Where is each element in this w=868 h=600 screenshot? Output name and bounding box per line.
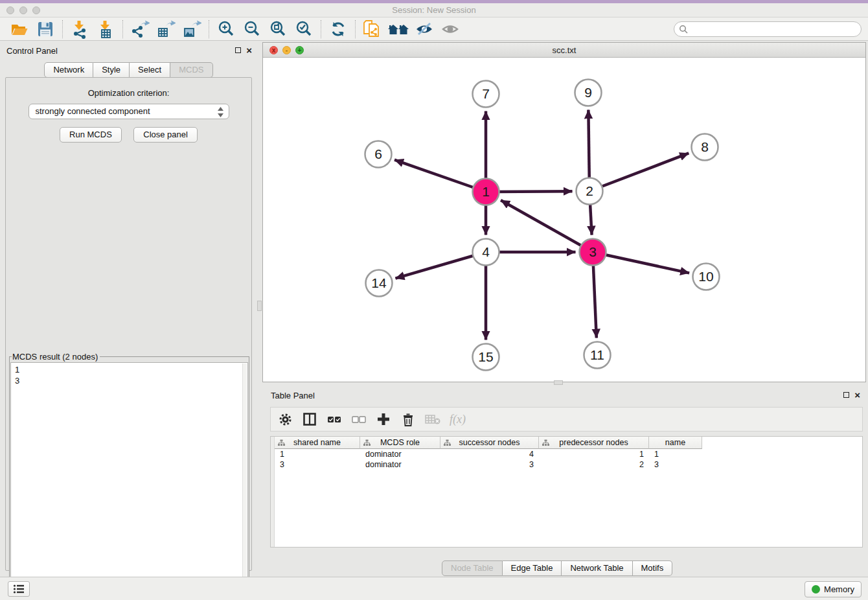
optimization-criterion-label: Optimization criterion: bbox=[6, 88, 251, 98]
control-panel-close-icon[interactable]: × bbox=[246, 47, 252, 54]
network-window-title: scc.txt bbox=[263, 45, 865, 55]
delete-column-trash-icon[interactable] bbox=[400, 411, 416, 427]
column-header-label: successor nodes bbox=[459, 438, 520, 447]
table-cell[interactable]: 3 bbox=[275, 459, 360, 470]
table-settings-gear-icon[interactable] bbox=[277, 411, 293, 427]
node-label-4: 4 bbox=[482, 244, 490, 259]
graph-node-2[interactable]: 2 bbox=[577, 178, 603, 205]
column-header-predecessor-nodes[interactable]: predecessor nodes bbox=[539, 437, 649, 449]
memory-label: Memory bbox=[824, 584, 854, 594]
import-network-icon[interactable] bbox=[67, 19, 93, 40]
tab-select[interactable]: Select bbox=[130, 62, 170, 78]
run-mcds-button[interactable]: Run MCDS bbox=[60, 127, 122, 143]
show-eye-icon[interactable] bbox=[437, 19, 463, 40]
table-panel-close-icon[interactable]: × bbox=[854, 391, 860, 398]
table-cell[interactable]: 4 bbox=[440, 449, 539, 459]
zoom-in-icon[interactable] bbox=[213, 19, 239, 40]
show-columns-icon[interactable] bbox=[302, 411, 317, 427]
graph-node-8[interactable]: 8 bbox=[692, 134, 718, 161]
column-header-name[interactable]: name bbox=[649, 437, 702, 449]
table-header-row: shared nameMCDS rolesuccessor nodesprede… bbox=[275, 437, 702, 449]
graph-node-6[interactable]: 6 bbox=[365, 141, 392, 168]
edge-1-to-6[interactable] bbox=[394, 160, 486, 192]
export-table-icon[interactable] bbox=[153, 19, 179, 40]
memory-button[interactable]: Memory bbox=[805, 581, 862, 597]
export-network-icon[interactable] bbox=[127, 19, 153, 40]
graph-node-3[interactable]: 3 bbox=[580, 239, 606, 266]
graph-node-10[interactable]: 10 bbox=[693, 264, 720, 290]
node-table[interactable]: shared nameMCDS rolesuccessor nodesprede… bbox=[270, 436, 863, 548]
table-cell[interactable]: dominator bbox=[360, 449, 440, 459]
table-cell[interactable]: 3 bbox=[440, 459, 539, 470]
table-row[interactable]: 1dominator411 bbox=[275, 449, 702, 459]
import-table-icon[interactable] bbox=[93, 19, 119, 40]
control-panel-maximize-icon[interactable] bbox=[235, 47, 241, 53]
add-column-icon[interactable] bbox=[376, 411, 391, 427]
node-label-14: 14 bbox=[371, 275, 387, 290]
tab-motifs[interactable]: Motifs bbox=[633, 560, 673, 576]
tab-mcds[interactable]: MCDS bbox=[170, 62, 212, 78]
table-cell[interactable]: 1 bbox=[539, 449, 649, 459]
table-cell[interactable]: 1 bbox=[275, 449, 360, 459]
table-cell[interactable]: 1 bbox=[649, 449, 702, 459]
graph-node-14[interactable]: 14 bbox=[366, 270, 393, 297]
tab-node-table[interactable]: Node Table bbox=[442, 560, 503, 576]
network-view-window: x - + scc.txt 7968124314101511 bbox=[262, 42, 866, 382]
main-titlebar: Session: New Session bbox=[0, 3, 868, 17]
tab-network[interactable]: Network bbox=[44, 62, 93, 78]
network-document-icon[interactable] bbox=[360, 19, 385, 40]
edge-2-to-8[interactable] bbox=[589, 153, 689, 191]
search-input[interactable] bbox=[674, 21, 862, 37]
zoom-out-icon[interactable] bbox=[239, 19, 265, 40]
table-panel-maximize-icon[interactable] bbox=[843, 392, 849, 398]
column-header-MCDS-role[interactable]: MCDS role bbox=[360, 437, 440, 449]
graph-node-15[interactable]: 15 bbox=[473, 344, 499, 371]
graph-node-9[interactable]: 9 bbox=[575, 80, 602, 106]
table-cell[interactable]: dominator bbox=[360, 459, 440, 470]
table-toolbar: f(x) bbox=[270, 407, 863, 432]
task-history-button[interactable] bbox=[8, 581, 30, 597]
open-session-icon[interactable] bbox=[6, 19, 32, 40]
export-image-icon[interactable] bbox=[179, 19, 205, 40]
graph-node-7[interactable]: 7 bbox=[473, 81, 499, 108]
network-graph[interactable]: 7968124314101511 bbox=[263, 58, 865, 382]
edge-4-to-14[interactable] bbox=[395, 252, 486, 279]
edge-3-to-1[interactable] bbox=[501, 200, 593, 252]
hide-eye-icon[interactable] bbox=[411, 19, 437, 40]
toolbar-separator bbox=[209, 20, 209, 38]
tab-network-table[interactable]: Network Table bbox=[562, 560, 632, 576]
mcds-result-text: 1 3 bbox=[11, 363, 247, 387]
table-row[interactable]: 3dominator323 bbox=[275, 459, 702, 470]
tab-edge-table[interactable]: Edge Table bbox=[503, 560, 562, 576]
control-panel-title: Control Panel bbox=[6, 46, 58, 56]
table-cell[interactable]: 3 bbox=[649, 459, 702, 470]
close-panel-button[interactable]: Close panel bbox=[133, 127, 198, 143]
tab-style[interactable]: Style bbox=[93, 62, 130, 78]
select-all-icon[interactable] bbox=[326, 411, 342, 427]
table-rows: 1dominator4113dominator323 bbox=[275, 449, 702, 470]
graph-node-11[interactable]: 11 bbox=[584, 342, 611, 369]
network-window-titlebar[interactable]: x - + scc.txt bbox=[263, 43, 865, 58]
table-cell[interactable]: 2 bbox=[539, 459, 649, 470]
mcds-result-area[interactable]: 1 3 bbox=[10, 362, 248, 595]
refresh-icon[interactable] bbox=[325, 19, 351, 40]
node-label-7: 7 bbox=[482, 86, 490, 101]
application-window: Session: New Session bbox=[0, 0, 868, 600]
deselect-all-icon[interactable] bbox=[351, 411, 367, 427]
table-panel-header: Table Panel × bbox=[262, 386, 868, 405]
list-icon bbox=[13, 584, 25, 594]
vertical-splitter-handle[interactable] bbox=[257, 301, 262, 311]
column-header-shared-name[interactable]: shared name bbox=[275, 437, 360, 449]
graph-node-4[interactable]: 4 bbox=[473, 239, 499, 266]
horizontal-splitter-handle[interactable] bbox=[554, 380, 563, 385]
save-session-icon[interactable] bbox=[32, 19, 58, 40]
zoom-fit-icon[interactable] bbox=[265, 19, 291, 40]
result-scrollbar[interactable] bbox=[242, 363, 247, 588]
criterion-select[interactable]: strongly connected component bbox=[29, 104, 229, 119]
homes-icon[interactable] bbox=[385, 19, 411, 40]
zoom-selected-icon[interactable] bbox=[291, 19, 317, 40]
graph-node-1[interactable]: 1 bbox=[473, 179, 499, 205]
column-header-successor-nodes[interactable]: successor nodes bbox=[440, 437, 539, 449]
edge-3-to-10[interactable] bbox=[593, 252, 689, 273]
network-canvas[interactable]: 7968124314101511 bbox=[263, 58, 865, 382]
